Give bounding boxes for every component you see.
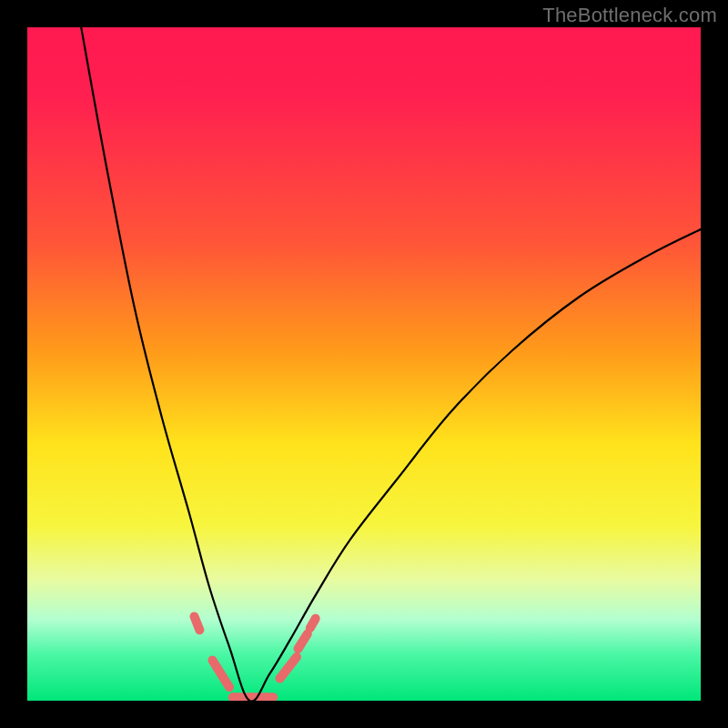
marker-segment (310, 619, 316, 628)
plot-area (27, 27, 701, 701)
marker-segment (298, 634, 308, 649)
marker-segment (280, 657, 298, 679)
curve-svg (27, 27, 701, 701)
marker-segment (213, 661, 230, 688)
bottleneck-curve (81, 27, 701, 701)
watermark-text: TheBottleneck.com (542, 4, 717, 27)
chart-frame: TheBottleneck.com (0, 0, 728, 728)
marker-segment (195, 617, 200, 631)
